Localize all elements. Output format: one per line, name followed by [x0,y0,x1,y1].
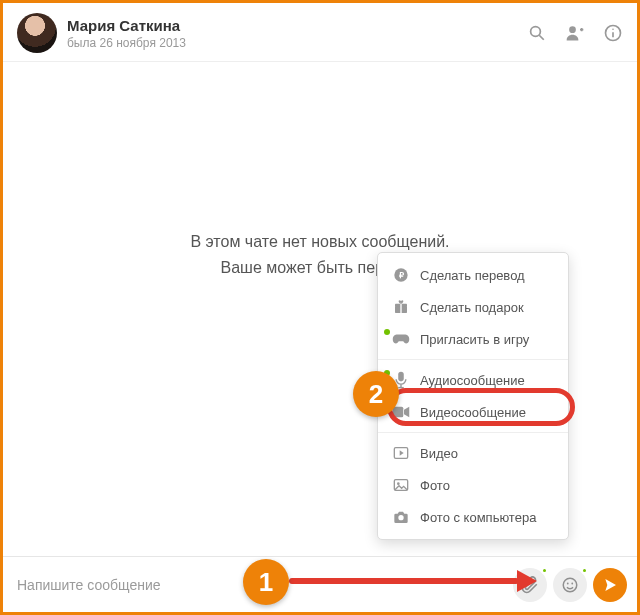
menu-label: Сделать подарок [420,300,524,315]
menu-label: Видео [420,446,458,461]
play-box-icon [392,444,410,462]
header-actions [527,23,623,43]
svg-text:₽: ₽ [399,271,404,280]
menu-separator [378,359,568,360]
annotation-arrow [289,574,537,588]
new-dot-icon [541,567,548,574]
svg-rect-10 [400,304,401,313]
svg-point-17 [397,482,400,485]
menu-label: Сделать перевод [420,268,525,283]
ruble-icon: ₽ [392,266,410,284]
menu-item-transfer[interactable]: ₽ Сделать перевод [378,259,568,291]
callout-badge-1: 1 [243,559,289,605]
callout-number: 2 [369,379,383,410]
svg-point-20 [567,582,569,584]
menu-item-gift[interactable]: Сделать подарок [378,291,568,323]
svg-point-5 [612,28,614,30]
search-icon[interactable] [527,23,547,43]
svg-point-0 [531,27,541,37]
highlight-ring [387,388,575,426]
gift-icon [392,298,410,316]
menu-item-photo-pc[interactable]: Фото с компьютера [378,501,568,533]
callout-number: 1 [259,567,273,598]
gamepad-icon [392,330,410,348]
chat-header: Мария Саткина была 26 ноября 2013 [3,3,637,62]
menu-separator [378,432,568,433]
user-meta: Мария Саткина была 26 ноября 2013 [67,17,186,50]
avatar[interactable] [17,13,57,53]
svg-point-2 [569,26,576,33]
last-seen: была 26 ноября 2013 [67,36,186,50]
new-dot-icon [384,329,390,335]
svg-point-19 [563,578,577,592]
menu-label: Фото [420,478,450,493]
new-dot-icon [581,567,588,574]
chat-window: Мария Саткина была 26 ноября 2013 В этом… [0,0,640,615]
svg-rect-11 [398,372,404,382]
info-icon[interactable] [603,23,623,43]
menu-label: Пригласить в игру [420,332,529,347]
svg-point-21 [571,582,573,584]
menu-label: Аудиосообщение [420,373,525,388]
user-name[interactable]: Мария Саткина [67,17,186,34]
svg-line-1 [539,35,544,40]
menu-item-photo[interactable]: Фото [378,469,568,501]
menu-item-video[interactable]: Видео [378,437,568,469]
send-button[interactable] [593,568,627,602]
svg-point-18 [398,515,403,520]
menu-label: Фото с компьютера [420,510,536,525]
callout-badge-2: 2 [353,371,399,417]
image-icon [392,476,410,494]
menu-item-game[interactable]: Пригласить в игру [378,323,568,355]
camera-icon [392,508,410,526]
emoji-button[interactable] [553,568,587,602]
add-friend-icon[interactable] [565,23,585,43]
empty-line-1: В этом чате нет новых сообщений. [190,229,449,255]
